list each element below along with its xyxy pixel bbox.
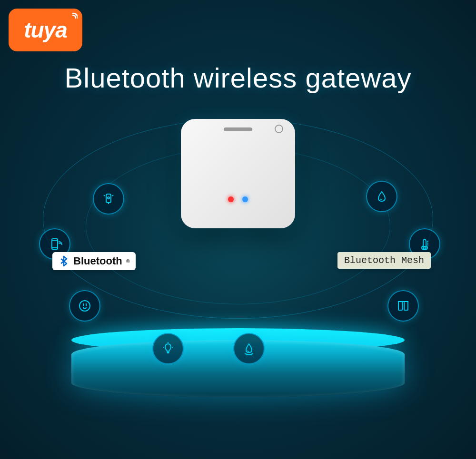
water-sensor-icon	[241, 341, 257, 356]
led-blue	[242, 196, 248, 202]
svg-line-3	[104, 195, 105, 196]
device-top-bar	[224, 127, 252, 131]
bluetooth-registered: ®	[126, 258, 130, 264]
tuya-logo: tuya	[9, 9, 82, 51]
svg-point-2	[108, 197, 109, 199]
socket-icon	[77, 298, 92, 313]
humidity-icon-circle	[366, 181, 397, 212]
svg-rect-18	[404, 302, 408, 310]
temperature-icon	[417, 236, 432, 252]
doorbell-icon	[101, 191, 116, 206]
light-icon	[160, 341, 176, 356]
light-icon-circle	[152, 333, 184, 364]
mesh-label: Bluetooth Mesh	[337, 252, 431, 269]
device-leds	[228, 196, 248, 202]
bluetooth-label: Bluetooth®	[52, 252, 136, 270]
curtain-icon-circle	[387, 290, 419, 322]
svg-point-20	[423, 246, 426, 249]
curtain-icon	[396, 298, 411, 313]
socket-icon-circle	[69, 290, 100, 322]
svg-line-4	[112, 195, 113, 196]
page-title: Bluetooth wireless gateway	[0, 62, 476, 94]
water-sensor-icon-circle	[233, 333, 265, 364]
device-indicator-circle	[275, 125, 283, 133]
phone-icon	[47, 236, 62, 252]
led-red	[228, 196, 234, 202]
signal-icon	[65, 11, 78, 24]
humidity-icon	[374, 189, 389, 204]
bluetooth-text: Bluetooth	[73, 255, 122, 267]
tuya-brand-text: tuya	[24, 19, 67, 41]
svg-rect-17	[398, 302, 402, 310]
doorbell-icon-circle	[93, 183, 124, 215]
bluetooth-icon	[58, 255, 69, 267]
svg-point-8	[79, 301, 90, 311]
gateway-device	[181, 119, 295, 228]
